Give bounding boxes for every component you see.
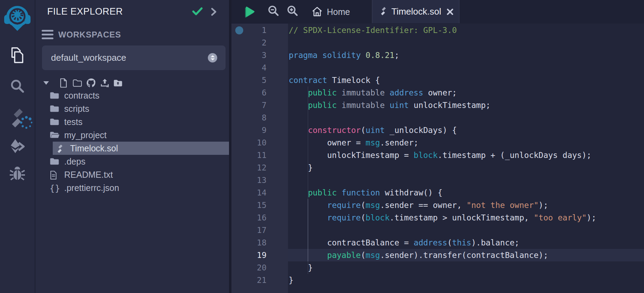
solidity-file-icon: [380, 6, 387, 17]
line-number: 15: [231, 199, 266, 211]
panel-header: FILE EXPLORER: [35, 0, 229, 21]
panel-title: FILE EXPLORER: [47, 6, 123, 17]
tree-item--prettierrc-json[interactable]: {}.prettierrc.json: [35, 182, 229, 195]
line-number: 13: [231, 174, 266, 186]
line-number: 5: [231, 74, 266, 86]
code-line-18: contractBalance = address(this).balance;: [289, 236, 519, 249]
workspace-select-toggle-icon[interactable]: [208, 53, 217, 62]
editor-tab-bar: Home Timelock.sol: [231, 0, 644, 24]
code-line-1: // SPDX-License-Identifier: GPL-3.0: [289, 24, 457, 36]
code-line-9: constructor(uint _unlockDays) {: [289, 124, 457, 136]
code-line-20: }: [289, 261, 313, 274]
code-line-11: unlockTimestamp = block.timestamp + (_un…: [289, 149, 591, 161]
new-file-icon[interactable]: [58, 77, 69, 89]
github-icon[interactable]: [85, 77, 97, 89]
workspaces-label: WORKSPACES: [58, 30, 121, 40]
line-number: 17: [231, 224, 266, 236]
line-number: 16: [231, 211, 266, 224]
folder-icon: [50, 91, 59, 100]
code-line-10: owner = msg.sender;: [289, 136, 418, 149]
line-number: 4: [231, 61, 266, 74]
tree-item-timelock-sol[interactable]: Timelock.sol: [35, 142, 229, 155]
debugger-bug-icon[interactable]: [0, 165, 35, 183]
line-number: 19: [231, 249, 266, 261]
file-text-icon: [50, 170, 59, 179]
tree-item-label: .prettierrc.json: [64, 183, 119, 193]
code-line-7: public immutable uint unlockTimestamp;: [289, 99, 491, 111]
code-line-14: public function withdraw() {: [289, 186, 442, 199]
code-line-12: }: [289, 161, 313, 174]
folder-icon: [50, 157, 59, 166]
line-number: 8: [231, 111, 266, 124]
close-tab-icon[interactable]: [446, 8, 454, 16]
zoom-in-icon[interactable]: [286, 5, 300, 18]
file-explorer-panel: FILE EXPLORER WORKSPACES default_workspa…: [35, 0, 229, 293]
remix-logo-icon: [0, 3, 35, 33]
line-number: 12: [231, 161, 266, 174]
tree-item-label: .deps: [64, 157, 85, 167]
folder-icon: [50, 104, 59, 114]
tree-item-readme-txt[interactable]: README.txt: [35, 168, 229, 182]
tree-item-label: tests: [64, 117, 83, 127]
new-folder-icon[interactable]: [72, 77, 83, 89]
line-number: 2: [231, 36, 266, 49]
line-number: 6: [231, 86, 266, 99]
file-tree-toolbar: [35, 77, 229, 89]
remix-ide-window: FILE EXPLORER WORKSPACES default_workspa…: [0, 0, 644, 293]
home-tab-label: Home: [327, 7, 350, 17]
upload-file-icon[interactable]: [99, 77, 110, 89]
folder-open-icon: [50, 131, 59, 140]
file-explorer-icon[interactable]: [0, 46, 35, 65]
line-number: 1: [231, 24, 266, 36]
tab-home[interactable]: Home: [311, 0, 350, 24]
tree-item--deps[interactable]: .deps: [35, 155, 229, 168]
zoom-out-icon[interactable]: [267, 5, 281, 18]
upload-folder-icon[interactable]: [112, 77, 124, 89]
tree-item-label: README.txt: [64, 170, 113, 180]
line-number: 21: [231, 274, 266, 286]
check-icon: [192, 7, 203, 17]
code-line-21: }: [289, 274, 294, 286]
line-number: 14: [231, 186, 266, 199]
code-line-3: pragma solidity 0.8.21;: [289, 49, 399, 61]
tree-item-label: scripts: [64, 104, 89, 114]
home-icon: [311, 6, 323, 18]
deploy-run-icon[interactable]: [0, 138, 35, 156]
compile-spinner-icon: [20, 116, 33, 129]
line-number: 10: [231, 136, 266, 149]
workspace-selected-value: default_workspace: [51, 45, 126, 70]
tree-item-label: Timelock.sol: [70, 143, 118, 153]
chevron-right-icon[interactable]: [211, 8, 217, 17]
tab-label: Timelock.sol: [391, 6, 441, 17]
code-line-16: require(block.timestamp > unlockTimestam…: [289, 211, 596, 224]
line-number: 9: [231, 124, 266, 136]
tree-item-my-project[interactable]: my_project: [35, 129, 229, 142]
line-number: 18: [231, 236, 266, 249]
tree-item-tests[interactable]: tests: [35, 116, 229, 129]
line-number: 11: [231, 149, 266, 161]
workspaces-menu-icon[interactable]: [42, 30, 53, 39]
braces-icon: {}: [50, 184, 59, 193]
solidity-icon: [56, 144, 66, 153]
run-script-play-icon[interactable]: [243, 5, 257, 19]
tree-item-scripts[interactable]: scripts: [35, 102, 229, 116]
tree-item-contracts[interactable]: contracts: [35, 89, 229, 102]
line-number: 3: [231, 49, 266, 61]
tree-item-label: my_project: [64, 130, 107, 140]
editor-gutter[interactable]: 123456789101112131415161718192021: [231, 24, 288, 293]
collapse-caret-icon[interactable]: [42, 77, 51, 89]
code-line-15: require(msg.sender == owner, "not the ow…: [289, 199, 548, 211]
code-line-6: public immutable address owner;: [289, 86, 457, 99]
workspace-select[interactable]: default_workspace: [42, 45, 226, 70]
line-number: 20: [231, 261, 266, 274]
tab-timelock-sol[interactable]: Timelock.sol: [372, 0, 459, 23]
code-line-5: contract Timelock {: [289, 74, 380, 86]
search-icon[interactable]: [0, 77, 35, 95]
line-number: 7: [231, 99, 266, 111]
code-editor[interactable]: // SPDX-License-Identifier: GPL-3.0pragm…: [288, 24, 644, 293]
editor-region: Home Timelock.sol: [229, 0, 644, 293]
tree-item-label: contracts: [64, 91, 99, 101]
folder-icon: [50, 118, 59, 127]
code-line-19: payable(msg.sender).transfer(contractBal…: [289, 249, 548, 261]
icon-sidebar: [0, 0, 35, 293]
